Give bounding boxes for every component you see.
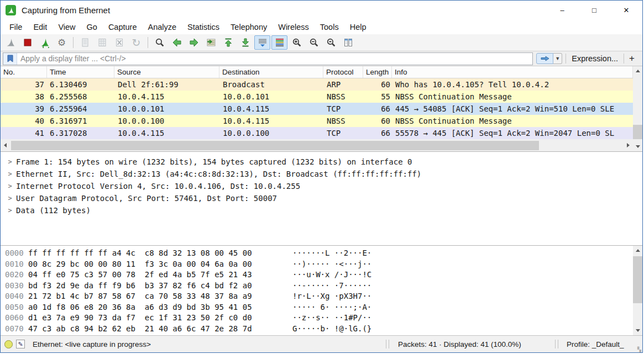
detail-frame[interactable]: >Frame 1: 154 bytes on wire (1232 bits),… <box>1 156 642 168</box>
file-open-icon[interactable] <box>77 35 93 50</box>
packet-row-38[interactable]: 386.25556810.0.4.11510.0.0.101NBSS55NBSS… <box>1 91 633 103</box>
close-button[interactable]: ✕ <box>610 1 642 19</box>
main-toolbar: ⚙ ↻ <box>1 34 642 51</box>
packet-row-37[interactable]: 376.130469Dell_2f:61:99BroadcastARP60Who… <box>1 78 633 91</box>
divider <box>386 340 386 348</box>
auto-scroll-toggle-icon[interactable] <box>254 35 270 50</box>
column-header-protocol[interactable]: Protocol <box>323 66 363 78</box>
scroll-down-icon[interactable] <box>633 142 642 151</box>
zoom-in-icon[interactable] <box>289 35 305 50</box>
go-previous-icon[interactable] <box>169 35 185 50</box>
hex-row[interactable]: 0000ff ff ff ff ff ff a4 4c c8 8d 32 13 … <box>5 249 633 260</box>
hex-row[interactable]: 004021 72 b1 4c b7 87 58 67 ca 70 58 33 … <box>5 292 633 303</box>
expert-info-icon[interactable] <box>4 340 13 348</box>
packet-counts-text: Packets: 41 · Displayed: 41 (100.0%) <box>390 340 554 348</box>
column-header-info[interactable]: Info <box>392 66 633 78</box>
capture-comment-icon[interactable]: ✎ <box>16 340 25 348</box>
hex-row[interactable]: 007047 c3 ab c8 94 b2 62 eb 21 40 a6 6c … <box>5 324 633 335</box>
menu-wireless[interactable]: Wireless <box>273 21 315 33</box>
filter-history-dropdown[interactable]: ▼ <box>553 53 562 64</box>
packet-row-41[interactable]: 416.31702810.0.4.11510.0.0.100TCP6655578… <box>1 127 633 139</box>
packet-bytes-pane: 0000ff ff ff ff ff ff a4 4c c8 8d 32 13 … <box>1 246 642 335</box>
scroll-up-icon[interactable] <box>633 66 642 76</box>
go-next-icon[interactable] <box>186 35 202 50</box>
expand-chevron-icon[interactable]: > <box>6 158 14 166</box>
hex-row[interactable]: 0030bd f3 2d 9e da ff f9 b6 b3 37 82 f6 … <box>5 281 633 292</box>
packet-list-vscrollbar[interactable] <box>633 66 642 151</box>
capture-stop-icon[interactable] <box>19 35 35 50</box>
packet-row-40[interactable]: 406.31697110.0.0.10010.0.4.115NBSS60NBSS… <box>1 115 633 127</box>
scroll-left-icon[interactable] <box>1 141 10 150</box>
file-reload-icon[interactable]: ↻ <box>128 35 144 50</box>
scroll-down-icon[interactable] <box>633 326 642 335</box>
expand-chevron-icon[interactable]: > <box>6 182 14 190</box>
capture-start-icon[interactable] <box>2 35 18 50</box>
bytes-pane-vscrollbar[interactable] <box>633 246 642 335</box>
hex-row[interactable]: 0060d1 e3 7a e9 90 73 da f7 ec 1f 31 23 … <box>5 313 633 324</box>
menu-go[interactable]: Go <box>81 21 103 33</box>
menu-edit[interactable]: Edit <box>28 21 53 33</box>
hex-row[interactable]: 002004 ff e0 75 c3 57 00 78 2f ed 4a b5 … <box>5 270 633 281</box>
capture-status-text: Ethernet: <live capture in progress> <box>33 340 385 348</box>
profile-text[interactable]: Profile: _Default_ <box>559 340 635 348</box>
maximize-button[interactable]: □ <box>578 1 610 19</box>
status-bar: ✎ Ethernet: <live capture in progress> P… <box>1 335 642 352</box>
resize-columns-icon[interactable] <box>340 35 356 50</box>
divider <box>389 340 389 348</box>
column-header-no[interactable]: No. <box>1 66 47 78</box>
column-header-length[interactable]: Length <box>363 66 392 78</box>
menu-help[interactable]: Help <box>344 21 372 33</box>
scroll-up-icon[interactable] <box>633 246 642 255</box>
detail-ip[interactable]: >Internet Protocol Version 4, Src: 10.0.… <box>1 180 642 192</box>
menu-file[interactable]: File <box>4 21 28 33</box>
expression-button[interactable]: Expression... <box>566 54 624 63</box>
menu-telephony[interactable]: Telephony <box>225 21 273 33</box>
display-filter-input[interactable]: Apply a display filter ... <Ctrl-/> <box>3 52 533 65</box>
packet-list-hscrollbar[interactable] <box>1 139 633 151</box>
window-title: Capturing from Ethernet <box>22 6 110 15</box>
file-save-icon[interactable] <box>94 35 110 50</box>
detail-udp[interactable]: >User Datagram Protocol, Src Port: 57461… <box>1 192 642 204</box>
menu-view[interactable]: View <box>53 21 81 33</box>
detail-data[interactable]: >Data (112 bytes) <box>1 204 642 216</box>
column-header-source[interactable]: Source <box>114 66 219 78</box>
go-last-icon[interactable] <box>237 35 253 50</box>
go-to-packet-icon[interactable] <box>203 35 219 50</box>
wireshark-logo-icon <box>6 5 16 15</box>
expand-chevron-icon[interactable]: > <box>6 170 14 178</box>
menu-bar: File Edit View Go Capture Analyze Statis… <box>1 19 642 34</box>
file-close-icon[interactable] <box>111 35 127 50</box>
wireshark-window: Capturing from Ethernet – □ ✕ File Edit … <box>0 0 643 353</box>
find-packet-icon[interactable] <box>151 35 167 50</box>
menu-analyze[interactable]: Analyze <box>142 21 182 33</box>
colorize-toggle-icon[interactable] <box>271 35 287 50</box>
expand-chevron-icon[interactable]: > <box>6 194 14 202</box>
filter-bookmark-icon[interactable] <box>3 53 17 65</box>
apply-filter-button[interactable] <box>536 53 553 64</box>
resize-grip[interactable]: ▚ <box>635 336 642 352</box>
column-header-destination[interactable]: Destination <box>219 66 323 78</box>
menu-capture[interactable]: Capture <box>103 21 143 33</box>
scroll-right-icon[interactable] <box>624 141 633 150</box>
packet-details-pane: >Frame 1: 154 bytes on wire (1232 bits),… <box>1 152 642 246</box>
minimize-button[interactable]: – <box>546 1 578 19</box>
capture-restart-icon[interactable] <box>36 35 53 50</box>
go-first-icon[interactable] <box>220 35 236 50</box>
packet-row-39[interactable]: 396.25596410.0.0.10110.0.4.115TCP66445 →… <box>1 103 633 115</box>
menu-statistics[interactable]: Statistics <box>182 21 225 33</box>
divider <box>555 340 556 348</box>
zoom-out-icon[interactable] <box>306 35 322 50</box>
menu-tools[interactable]: Tools <box>315 21 344 33</box>
toolbar-separator <box>73 37 74 48</box>
hex-row[interactable]: 001000 8c 29 bc 00 00 80 11 f3 3c 0a 00 … <box>5 260 633 271</box>
add-filter-button-plus[interactable]: + <box>624 53 640 64</box>
expand-chevron-icon[interactable]: > <box>6 207 14 214</box>
column-header-time[interactable]: Time <box>47 66 114 78</box>
capture-options-icon[interactable]: ⚙ <box>54 35 70 50</box>
hex-row[interactable]: 0050a0 1d f8 06 e8 20 36 8a a6 d3 d9 bd … <box>5 303 633 314</box>
filter-placeholder: Apply a display filter ... <Ctrl-/> <box>17 54 126 63</box>
divider <box>558 340 558 348</box>
packet-list-header: No. Time Source Destination Protocol Len… <box>1 66 633 78</box>
zoom-original-icon[interactable] <box>323 35 339 50</box>
detail-ethernet[interactable]: >Ethernet II, Src: Dell_8d:32:13 (a4:4c:… <box>1 168 642 180</box>
